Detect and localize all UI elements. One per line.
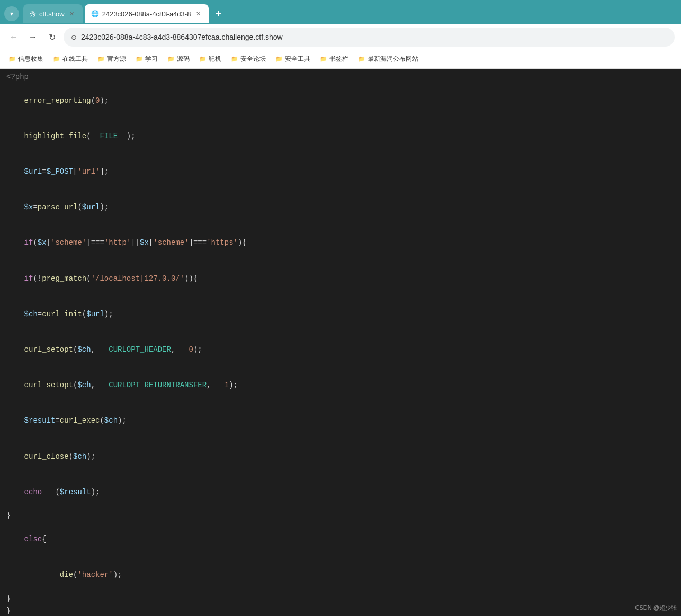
url-display: 2423c026-088a-4c83-a4d3-8864307efcaa.cha… — [81, 33, 667, 41]
bookmark-latest-vuln[interactable]: 📁 最新漏洞公布网站 — [354, 52, 423, 66]
folder-icon-1: 📁 — [8, 56, 16, 63]
tab-bar: ▾ 秀 ctf.show ✕ 🌐 2423c026-088a-4c83-a4d3… — [0, 0, 681, 24]
code-line-11: curl_close($ch); — [6, 439, 675, 474]
bookmark-label-6: 靶机 — [209, 55, 221, 64]
bookmark-info-collection[interactable]: 📁 信息收集 — [4, 52, 48, 66]
bookmark-bookmarks[interactable]: 📁 书签栏 — [316, 52, 353, 66]
folder-icon-3: 📁 — [97, 56, 105, 63]
bookmark-label-10: 最新漏洞公布网站 — [368, 55, 418, 64]
bookmark-label-3: 官方源 — [107, 55, 126, 64]
code-line-9: curl_setopt($ch, CURLOPT_RETURNTRANSFER,… — [6, 368, 675, 403]
csdn-watermark: CSDN @超少张 — [635, 604, 677, 612]
tab-title-1: ctf.show — [39, 10, 65, 18]
bookmark-source-code[interactable]: 📁 源码 — [163, 52, 194, 66]
folder-icon-8: 📁 — [275, 56, 283, 63]
code-line-15: die('hacker'); — [6, 557, 675, 593]
new-tab-button[interactable]: + — [211, 6, 226, 22]
folder-icon-2: 📁 — [53, 56, 60, 63]
browser-chrome: ▾ 秀 ctf.show ✕ 🌐 2423c026-088a-4c83-a4d3… — [0, 0, 681, 69]
code-php-comment: <?php — [6, 71, 675, 83]
address-bar: ← → ↻ ⊙ 2423c026-088a-4c83-a4d3-8864307e… — [0, 24, 681, 50]
code-line-7: $ch=curl_init($url); — [6, 296, 675, 332]
back-button[interactable]: ← — [6, 30, 21, 44]
code-line-1: error_reporting(0); — [6, 83, 675, 118]
code-line-17: } — [6, 605, 675, 616]
code-line-10: $result=curl_exec($ch); — [6, 403, 675, 439]
folder-icon-4: 📁 — [136, 56, 143, 63]
folder-icon-5: 📁 — [167, 56, 175, 63]
code-line-16: } — [6, 593, 675, 604]
tab-dropdown[interactable]: ▾ — [4, 6, 19, 21]
bookmark-label-7: 安全论坛 — [240, 55, 266, 64]
bookmark-label-8: 安全工具 — [285, 55, 310, 64]
code-line-3: $url=$_POST['url']; — [6, 154, 675, 190]
folder-icon-10: 📁 — [358, 56, 365, 63]
bookmark-label-5: 源码 — [177, 55, 190, 64]
bookmark-security-tools[interactable]: 📁 安全工具 — [271, 52, 315, 66]
tab-favicon-1: 秀 — [30, 10, 36, 19]
forward-button[interactable]: → — [25, 30, 40, 44]
folder-icon-7: 📁 — [231, 56, 238, 63]
code-line-5: if($x['scheme']==='http'||$x['scheme']==… — [6, 225, 675, 261]
code-line-6: if(!preg_match('/localhost|127.0.0/')){ — [6, 261, 675, 296]
url-bar[interactable]: ⊙ 2423c026-088a-4c83-a4d3-8864307efcaa.c… — [64, 28, 675, 47]
reload-button[interactable]: ↻ — [44, 30, 59, 44]
tab-close-1[interactable]: ✕ — [68, 10, 76, 18]
tab-ctfshow[interactable]: 秀 ctf.show ✕ — [23, 4, 83, 23]
code-line-8: curl_setopt($ch, CURLOPT_HEADER, 0); — [6, 332, 675, 368]
bookmark-target[interactable]: 📁 靶机 — [195, 52, 226, 66]
bookmarks-bar: 📁 信息收集 📁 在线工具 📁 官方源 📁 学习 📁 源码 📁 靶机 📁 安全论… — [0, 50, 681, 69]
bookmark-label-1: 信息收集 — [18, 55, 43, 64]
tab-favicon-2: 🌐 — [91, 10, 99, 17]
code-line-14: else{ — [6, 522, 675, 557]
bookmark-security-forum[interactable]: 📁 安全论坛 — [227, 52, 270, 66]
php-code-block: <?php error_reporting(0); highlight_file… — [0, 69, 681, 616]
bookmark-online-tools[interactable]: 📁 在线工具 — [49, 52, 92, 66]
code-line-2: highlight_file(__FILE__); — [6, 119, 675, 154]
folder-icon-6: 📁 — [199, 56, 207, 63]
folder-icon-9: 📁 — [320, 56, 327, 63]
tab-active[interactable]: 🌐 2423c026-088a-4c83-a4d3-8 ✕ — [85, 4, 209, 23]
security-icon: ⊙ — [71, 33, 77, 41]
bookmark-official-source[interactable]: 📁 官方源 — [93, 52, 130, 66]
code-line-13: } — [6, 510, 675, 521]
code-line-4: $x=parse_url($url); — [6, 190, 675, 225]
tab-close-2[interactable]: ✕ — [194, 10, 202, 18]
bookmark-label-9: 书签栏 — [329, 55, 348, 64]
bookmark-label-2: 在线工具 — [62, 55, 88, 64]
bookmark-learn[interactable]: 📁 学习 — [131, 52, 162, 66]
tab-title-2: 2423c026-088a-4c83-a4d3-8 — [102, 10, 191, 18]
code-line-12: echo ($result); — [6, 474, 675, 510]
bookmark-label-4: 学习 — [145, 55, 158, 64]
